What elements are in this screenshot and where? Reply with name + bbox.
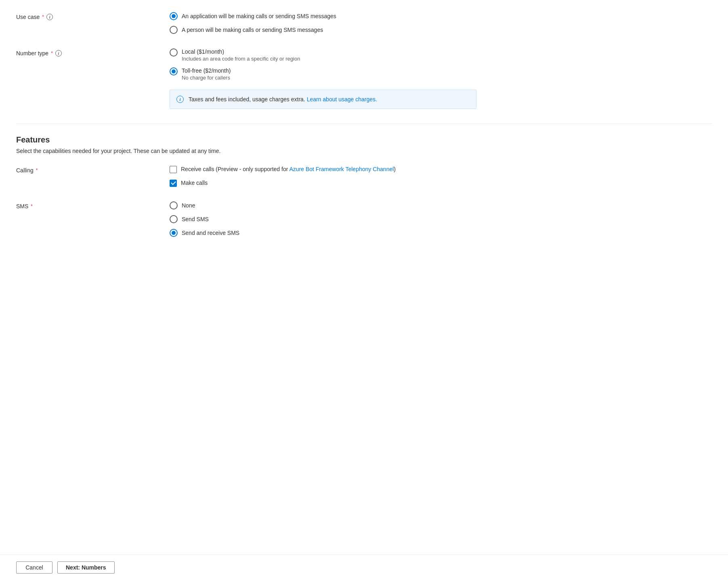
use-case-label: Use case * i [16, 12, 170, 20]
use-case-option-person[interactable]: A person will be making calls or sending… [170, 26, 712, 34]
cancel-button[interactable]: Cancel [16, 561, 52, 574]
sms-required: * [31, 203, 33, 209]
use-case-option-app-label: An application will be making calls or s… [182, 13, 336, 19]
use-case-option-app[interactable]: An application will be making calls or s… [170, 12, 712, 20]
sms-none-option[interactable]: None [170, 201, 712, 209]
number-type-label-text: Number type [16, 50, 48, 57]
number-type-local-option[interactable]: Local ($1/month) Includes an area code f… [170, 48, 712, 62]
number-type-local-label: Local ($1/month) [182, 48, 300, 55]
number-type-required: * [51, 50, 53, 56]
number-type-tollfree-description: No charge for callers [182, 75, 231, 81]
sms-label-text: SMS [16, 203, 28, 209]
make-calls-label: Make calls [181, 179, 208, 187]
calling-field-row: Calling * Receive calls (Preview - only … [16, 165, 712, 190]
features-divider [16, 124, 712, 124]
use-case-required: * [42, 14, 44, 20]
number-type-tollfree-option[interactable]: Toll-free ($2/month) No charge for calle… [170, 67, 712, 81]
number-type-options: Local ($1/month) Includes an area code f… [170, 48, 712, 109]
taxes-info-box: i Taxes and fees included, usage charges… [170, 90, 476, 109]
calling-options: Receive calls (Preview - only supported … [170, 165, 712, 187]
calling-required: * [36, 168, 38, 173]
taxes-info-text: Taxes and fees included, usage charges e… [189, 96, 377, 103]
page-container: Use case * i An application will be maki… [0, 0, 728, 268]
receive-calls-option[interactable]: Receive calls (Preview - only supported … [170, 165, 712, 174]
sms-send-option[interactable]: Send SMS [170, 215, 712, 223]
receive-calls-checkbox[interactable] [170, 166, 177, 173]
sms-radio-send-receive[interactable] [170, 229, 178, 237]
features-heading: Features [16, 135, 712, 144]
number-type-local-description: Includes an area code from a specific ci… [182, 56, 300, 62]
use-case-option-person-label: A person will be making calls or sending… [182, 27, 323, 33]
number-type-tollfree-content: Toll-free ($2/month) No charge for calle… [182, 67, 231, 81]
receive-calls-label: Receive calls (Preview - only supported … [181, 165, 396, 174]
number-type-tollfree-label: Toll-free ($2/month) [182, 67, 231, 74]
footer-bar: Cancel Next: Numbers [0, 555, 728, 580]
number-type-local-content: Local ($1/month) Includes an area code f… [182, 48, 300, 62]
use-case-options: An application will be making calls or s… [170, 12, 712, 34]
calling-label-text: Calling [16, 167, 34, 174]
use-case-info-icon[interactable]: i [46, 14, 53, 20]
sms-none-label: None [182, 202, 195, 209]
learn-usage-charges-link[interactable]: Learn about usage charges. [307, 96, 377, 103]
calling-label: Calling * [16, 165, 170, 174]
sms-field-row: SMS * None Send SMS Send and receive SMS [16, 201, 712, 240]
sms-send-receive-option[interactable]: Send and receive SMS [170, 229, 712, 237]
sms-radio-send[interactable] [170, 215, 178, 223]
number-type-label: Number type * i [16, 48, 170, 57]
sms-label: SMS * [16, 201, 170, 209]
sms-radio-none[interactable] [170, 201, 178, 209]
make-calls-option[interactable]: Make calls [170, 179, 712, 187]
number-type-radio-local[interactable] [170, 48, 178, 57]
number-type-radio-tollfree[interactable] [170, 67, 178, 75]
azure-bot-link[interactable]: Azure Bot Framework Telephony Channel [289, 166, 394, 172]
taxes-info-icon: i [176, 96, 184, 103]
sms-options: None Send SMS Send and receive SMS [170, 201, 712, 237]
use-case-label-text: Use case [16, 14, 40, 20]
use-case-radio-person[interactable] [170, 26, 178, 34]
sms-send-receive-label: Send and receive SMS [182, 230, 239, 236]
use-case-radio-app[interactable] [170, 12, 178, 20]
next-numbers-button[interactable]: Next: Numbers [57, 561, 115, 574]
make-calls-checkbox[interactable] [170, 180, 177, 187]
sms-send-label: Send SMS [182, 216, 209, 222]
number-type-info-icon[interactable]: i [55, 50, 62, 57]
number-type-field-row: Number type * i Local ($1/month) Include… [16, 48, 712, 112]
use-case-field-row: Use case * i An application will be maki… [16, 12, 712, 37]
features-description: Select the capabilities needed for your … [16, 148, 712, 154]
